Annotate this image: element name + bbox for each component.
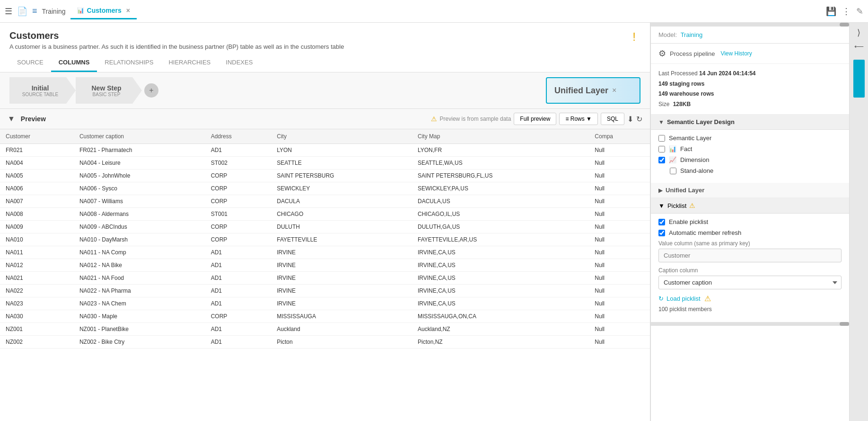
- col-city-map: City Map: [412, 129, 589, 144]
- right-scroll-indicator[interactable]: [853, 60, 865, 98]
- table-cell: CORP: [205, 310, 272, 323]
- load-picklist-button[interactable]: ↻ Load picklist: [658, 295, 701, 302]
- table-cell: FR021: [0, 144, 74, 157]
- tab-columns[interactable]: COLUMNS: [51, 54, 97, 72]
- table-cell: NA010 - DayMarsh: [74, 233, 205, 246]
- size-row: Size 128KB: [658, 99, 842, 110]
- tab-navigation: SOURCE COLUMNS RELATIONSHIPS HIERARCHIES…: [0, 54, 650, 72]
- rows-icon: ≡: [565, 116, 569, 122]
- tab-close-icon[interactable]: ×: [126, 7, 130, 14]
- col-address: Address: [205, 129, 272, 144]
- fact-checkbox[interactable]: [658, 146, 665, 152]
- auto-refresh-label: Automatic member refresh: [669, 229, 741, 236]
- semantic-layer-checkbox[interactable]: [658, 135, 665, 142]
- right-panel-scrollbar-bottom[interactable]: [651, 322, 849, 326]
- col-customer-caption: Customer caption: [74, 129, 205, 144]
- table-row: NA010NA010 - DayMarshCORPFAYETTEVILLEFAY…: [0, 233, 650, 246]
- unified-layer-step[interactable]: Unified Layer ×: [546, 77, 640, 104]
- add-step-button[interactable]: +: [144, 83, 158, 98]
- auto-refresh-checkbox[interactable]: [658, 230, 665, 236]
- preview-info: ⚠ Preview is from sample data Full previ…: [431, 113, 642, 125]
- table-cell: IRVINE: [271, 246, 412, 259]
- unified-layer-header[interactable]: ▶ Unified Layer: [651, 183, 849, 198]
- sql-button[interactable]: SQL: [601, 113, 624, 125]
- new-doc-icon[interactable]: 📄: [17, 6, 27, 17]
- table-header: Customer Customer caption Address City C…: [0, 129, 650, 144]
- caption-column-group: Caption column Customer caption Customer…: [658, 267, 842, 289]
- table-cell: ST002: [205, 157, 272, 170]
- table-cell: FR021 - Pharmatech: [74, 144, 205, 157]
- picklist-label: Picklist: [667, 202, 686, 209]
- tab-indexes[interactable]: INDEXES: [218, 54, 260, 72]
- model-value-link[interactable]: Training: [681, 31, 702, 38]
- rows-button[interactable]: ≡ Rows ▼: [559, 113, 598, 125]
- collapse-left-icon[interactable]: ⟵: [854, 43, 864, 50]
- table-cell: NA012: [0, 259, 74, 272]
- full-preview-button[interactable]: Full preview: [514, 113, 556, 125]
- table-cell: DULUTH: [271, 221, 412, 233]
- caption-column-select[interactable]: Customer caption Customer Address City: [658, 276, 842, 289]
- semantic-layer-row: Semantic Layer: [658, 134, 842, 142]
- more-options-icon[interactable]: ⋮: [842, 6, 850, 17]
- dimension-checkbox[interactable]: [658, 157, 665, 163]
- table-cell: NZ002: [0, 336, 74, 349]
- customers-tab[interactable]: 📊 Customers ×: [70, 3, 137, 19]
- tab-source[interactable]: SOURCE: [9, 54, 51, 72]
- table-cell: MISSISSAUGA: [271, 310, 412, 323]
- layers-icon[interactable]: ≡: [32, 6, 37, 16]
- table-cell: AD1: [205, 297, 272, 310]
- table-row: NA005NA005 - JohnWholeCORPSAINT PETERSBU…: [0, 170, 650, 182]
- tab-relationships[interactable]: RELATIONSHIPS: [97, 54, 161, 72]
- enable-picklist-checkbox[interactable]: [658, 219, 665, 225]
- step-newstep-sub: BASIC STEP: [93, 92, 121, 97]
- pipeline-step-initial: Initial SOURCE TABLE: [9, 77, 76, 104]
- value-column-group: Value column (same as primary key): [658, 240, 842, 262]
- picklist-section-header[interactable]: ▼ Picklist ⚠: [651, 198, 849, 214]
- table-cell: NA011: [0, 246, 74, 259]
- load-picklist-row: ↻ Load picklist ⚠: [658, 294, 842, 303]
- step-newstep-title: New Step: [91, 84, 121, 92]
- pipeline-step-newstep: New Step BASIC STEP: [76, 77, 142, 104]
- unified-layer-close-icon[interactable]: ×: [612, 86, 616, 95]
- fact-row: 📊 Fact: [658, 145, 842, 152]
- step-initial-shape[interactable]: Initial SOURCE TABLE: [9, 77, 76, 104]
- refresh-icon[interactable]: ↻: [636, 115, 642, 124]
- table-cell: LYON,FR: [412, 144, 589, 157]
- table-cell: IRVINE,CA,US: [412, 259, 589, 272]
- table-cell: Null: [589, 285, 650, 297]
- menu-icon[interactable]: ☰: [5, 6, 12, 17]
- tab-hierarchies[interactable]: HIERARCHIES: [161, 54, 218, 72]
- right-panel: Model: Training ⚙ Process pipeline View …: [650, 23, 849, 421]
- table-row: NA011NA011 - NA CompAD1IRVINEIRVINE,CA,U…: [0, 246, 650, 259]
- preview-toggle-icon[interactable]: ▼: [8, 115, 15, 123]
- picklist-toggle-icon: ▼: [658, 202, 665, 209]
- table-cell: CORP: [205, 195, 272, 208]
- right-panel-scrollbar-top[interactable]: [651, 23, 849, 27]
- preview-table-wrapper[interactable]: Customer Customer caption Address City C…: [0, 129, 650, 421]
- table-cell: AD1: [205, 246, 272, 259]
- table-cell: CORP: [205, 170, 272, 182]
- value-column-input[interactable]: [658, 249, 842, 262]
- col-customer: Customer: [0, 129, 74, 144]
- save-icon[interactable]: 💾: [826, 6, 836, 17]
- rows-dropdown-icon: ▼: [586, 116, 592, 122]
- table-cell: Null: [589, 144, 650, 157]
- process-pipeline-row: ⚙ Process pipeline View History: [651, 44, 849, 64]
- table-row: NA030NA030 - MapleCORPMISSISSAUGAMISSISS…: [0, 310, 650, 323]
- table-cell: NZ001 - PlanetBike: [74, 323, 205, 336]
- semantic-layer-design-header[interactable]: ▼ Semantic Layer Design: [651, 115, 849, 130]
- last-processed-date: 14 Jun 2024 04:14:54: [699, 70, 755, 77]
- right-panel-model-header: Model: Training: [651, 27, 849, 44]
- download-icon[interactable]: ⬇: [627, 115, 633, 124]
- view-history-link[interactable]: View History: [720, 50, 752, 57]
- table-cell: Null: [589, 221, 650, 233]
- table-cell: FAYETTEVILLE: [271, 233, 412, 246]
- picklist-body: Enable picklist Automatic member refresh…: [651, 214, 849, 317]
- step-newstep-shape[interactable]: New Step BASIC STEP: [76, 77, 142, 104]
- unified-layer-section-label: Unified Layer: [666, 187, 704, 194]
- load-picklist-warning-icon: ⚠: [704, 294, 711, 303]
- edit-icon[interactable]: ✎: [856, 6, 863, 17]
- staging-rows-row: 149 staging rows: [658, 79, 842, 90]
- expand-right-icon[interactable]: ⟩: [857, 27, 860, 38]
- standalone-checkbox[interactable]: [670, 168, 676, 174]
